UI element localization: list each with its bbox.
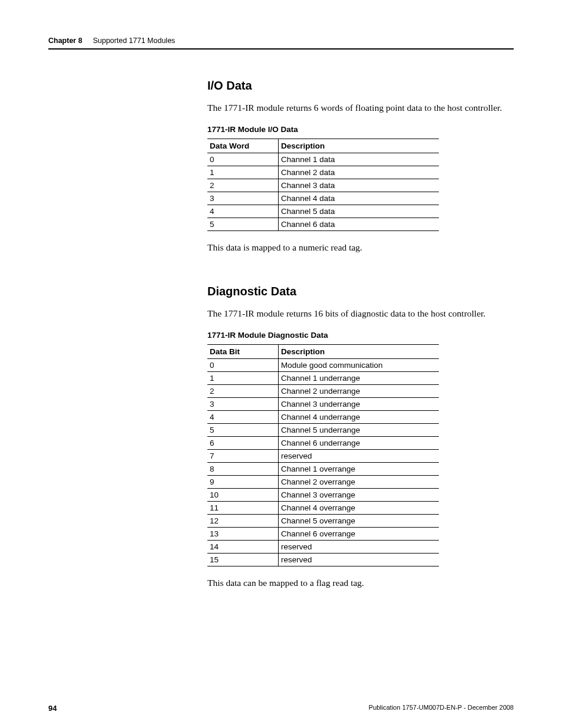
cell-data-word: 1 <box>207 166 279 179</box>
cell-description: Channel 2 underrange <box>279 384 439 397</box>
th-data-bit: Data Bit <box>207 344 279 358</box>
cell-description: Channel 5 overrange <box>279 514 439 527</box>
table-row: 9 Channel 2 overrange <box>207 475 439 488</box>
table-row: 4 Channel 4 underrange <box>207 410 439 423</box>
cell-data-bit: 9 <box>207 475 279 488</box>
cell-data-bit: 15 <box>207 553 279 566</box>
th-description: Description <box>279 344 439 358</box>
io-data-heading: I/O Data <box>207 79 514 93</box>
cell-data-bit: 6 <box>207 436 279 449</box>
cell-data-bit: 14 <box>207 540 279 553</box>
table-row: 0 Module good communication <box>207 358 439 371</box>
page-number: 94 <box>48 704 57 713</box>
cell-data-bit: 5 <box>207 423 279 436</box>
table-row: 4 Channel 5 data <box>207 205 439 218</box>
cell-description: Channel 5 data <box>279 205 439 218</box>
table-row: 6 Channel 6 underrange <box>207 436 439 449</box>
diagnostic-data-tbody: 0 Module good communication 1 Channel 1 … <box>207 358 439 566</box>
table-header-row: Data Word Description <box>207 139 439 153</box>
cell-description: Channel 6 data <box>279 218 439 230</box>
cell-description: reserved <box>279 540 439 553</box>
cell-description: Channel 4 data <box>279 192 439 205</box>
cell-data-bit: 7 <box>207 449 279 462</box>
cell-description: Channel 1 underrange <box>279 371 439 384</box>
cell-data-bit: 8 <box>207 462 279 475</box>
cell-description: Channel 5 underrange <box>279 423 439 436</box>
table-row: 1 Channel 2 data <box>207 166 439 179</box>
cell-data-bit: 4 <box>207 410 279 423</box>
th-description: Description <box>279 139 439 153</box>
diagnostic-data-table: Data Bit Description 0 Module good commu… <box>207 344 439 566</box>
diagnostic-data-outro: This data can be mapped to a flag read t… <box>207 577 514 589</box>
chapter-title: Supported 1771 Modules <box>93 37 176 45</box>
page-footer: 94 Publication 1757-UM007D-EN-P - Decemb… <box>48 704 514 713</box>
publication-info: Publication 1757-UM007D-EN-P - December … <box>369 704 514 713</box>
main-content: I/O Data The 1771-IR module returns 6 wo… <box>207 79 514 589</box>
cell-data-word: 3 <box>207 192 279 205</box>
cell-description: Channel 2 overrange <box>279 475 439 488</box>
diagnostic-data-intro: The 1771-IR module returns 16 bits of di… <box>207 308 514 320</box>
table-row: 0 Channel 1 data <box>207 153 439 166</box>
cell-description: Channel 6 underrange <box>279 436 439 449</box>
cell-data-bit: 1 <box>207 371 279 384</box>
cell-data-bit: 12 <box>207 514 279 527</box>
table-row: 2 Channel 3 data <box>207 179 439 192</box>
cell-data-bit: 2 <box>207 384 279 397</box>
cell-data-bit: 10 <box>207 488 279 501</box>
cell-description: Module good communication <box>279 358 439 371</box>
cell-description: Channel 6 overrange <box>279 527 439 540</box>
header-rule <box>48 48 514 50</box>
table-row: 1 Channel 1 underrange <box>207 371 439 384</box>
cell-description: reserved <box>279 449 439 462</box>
io-data-table-caption: 1771-IR Module I/O Data <box>207 125 514 134</box>
io-data-tbody: 0 Channel 1 data 1 Channel 2 data 2 Chan… <box>207 153 439 230</box>
table-row: 8 Channel 1 overrange <box>207 462 439 475</box>
cell-data-bit: 0 <box>207 358 279 371</box>
table-row: 13 Channel 6 overrange <box>207 527 439 540</box>
table-row: 12 Channel 5 overrange <box>207 514 439 527</box>
diagnostic-data-table-caption: 1771-IR Module Diagnostic Data <box>207 331 514 340</box>
cell-description: Channel 1 overrange <box>279 462 439 475</box>
table-row: 5 Channel 5 underrange <box>207 423 439 436</box>
cell-description: Channel 4 underrange <box>279 410 439 423</box>
cell-description: Channel 3 overrange <box>279 488 439 501</box>
io-data-outro: This data is mapped to a numeric read ta… <box>207 242 514 254</box>
table-row: 7 reserved <box>207 449 439 462</box>
cell-data-word: 4 <box>207 205 279 218</box>
chapter-label: Chapter 8 <box>48 37 82 45</box>
table-row: 3 Channel 4 data <box>207 192 439 205</box>
cell-data-bit: 11 <box>207 501 279 514</box>
diagnostic-data-heading: Diagnostic Data <box>207 285 514 298</box>
cell-data-word: 5 <box>207 218 279 230</box>
table-row: 14 reserved <box>207 540 439 553</box>
table-row: 2 Channel 2 underrange <box>207 384 439 397</box>
cell-data-bit: 3 <box>207 397 279 410</box>
th-data-word: Data Word <box>207 139 279 153</box>
table-row: 10 Channel 3 overrange <box>207 488 439 501</box>
cell-description: Channel 1 data <box>279 153 439 166</box>
cell-description: Channel 3 underrange <box>279 397 439 410</box>
table-row: 5 Channel 6 data <box>207 218 439 230</box>
cell-description: Channel 4 overrange <box>279 501 439 514</box>
io-data-table: Data Word Description 0 Channel 1 data 1… <box>207 139 439 231</box>
table-header-row: Data Bit Description <box>207 344 439 358</box>
cell-data-word: 0 <box>207 153 279 166</box>
cell-description: Channel 3 data <box>279 179 439 192</box>
cell-data-word: 2 <box>207 179 279 192</box>
table-row: 3 Channel 3 underrange <box>207 397 439 410</box>
cell-data-bit: 13 <box>207 527 279 540</box>
io-data-intro: The 1771-IR module returns 6 words of fl… <box>207 102 514 114</box>
cell-description: reserved <box>279 553 439 566</box>
table-row: 15 reserved <box>207 553 439 566</box>
cell-description: Channel 2 data <box>279 166 439 179</box>
running-header: Chapter 8 Supported 1771 Modules <box>48 37 514 45</box>
table-row: 11 Channel 4 overrange <box>207 501 439 514</box>
